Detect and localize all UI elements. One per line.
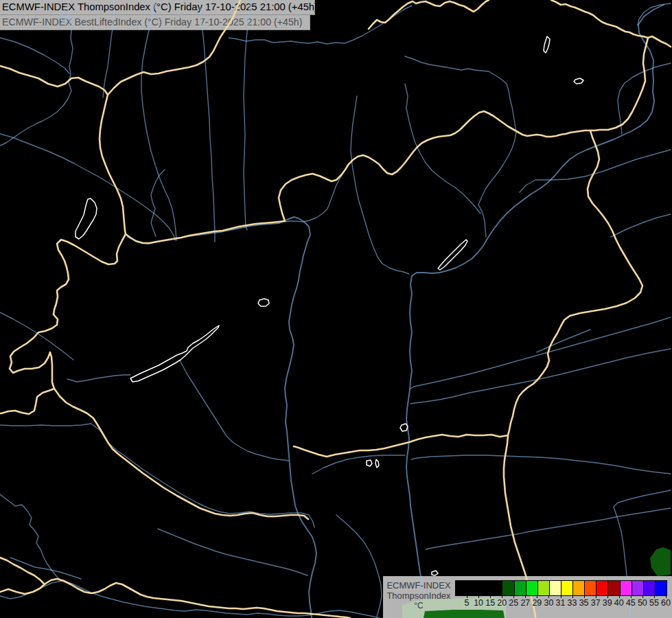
legend-cell bbox=[550, 581, 561, 595]
border-ua-ne bbox=[551, 0, 671, 47]
border-si-hr bbox=[0, 389, 54, 414]
lake-balaton bbox=[130, 325, 219, 382]
legend-title-block: ECMWF-INDEX ThompsonIndex °C bbox=[383, 580, 454, 610]
river-sajo bbox=[405, 56, 516, 237]
river-danube bbox=[128, 217, 316, 618]
border-hu-sk-east bbox=[279, 111, 590, 221]
river-zala bbox=[67, 375, 130, 382]
river-sio bbox=[180, 360, 288, 461]
river-drina-lower bbox=[10, 558, 81, 579]
lake-small-south bbox=[432, 571, 438, 575]
legend-cell bbox=[538, 581, 550, 595]
legend-cell bbox=[561, 581, 573, 595]
rivers-layer bbox=[0, 0, 671, 618]
border-hu-ro bbox=[508, 130, 642, 435]
river-hron bbox=[244, 0, 251, 230]
legend-tick-label: 60 bbox=[656, 598, 672, 608]
river-mid-plain bbox=[312, 455, 405, 474]
river-vah bbox=[141, 0, 176, 240]
river-koros-3 bbox=[537, 330, 590, 352]
weather-map-screenshot: ECMWF-INDEX ThompsonIndex (°C) Friday 17… bbox=[0, 0, 672, 618]
border-at-hu bbox=[54, 234, 126, 314]
river-cz-2 bbox=[0, 38, 69, 73]
river-koros-2 bbox=[410, 349, 671, 404]
border-hu-si bbox=[10, 314, 58, 389]
lake-small-plain bbox=[400, 424, 408, 431]
border-hu-hr bbox=[54, 389, 308, 519]
legend-cell bbox=[526, 581, 538, 595]
lake-neusiedl bbox=[76, 198, 97, 239]
border-hr-ba bbox=[0, 579, 350, 618]
river-bosna bbox=[0, 494, 62, 581]
river-bega bbox=[426, 508, 671, 549]
border-at-sk bbox=[100, 95, 126, 234]
legend-title-line1: ECMWF-INDEX bbox=[383, 580, 454, 591]
legend-cell bbox=[467, 581, 479, 595]
border-cz-at bbox=[0, 66, 108, 95]
legend-cell bbox=[656, 581, 667, 595]
legend-cell bbox=[585, 581, 596, 595]
river-ro-north bbox=[611, 214, 671, 237]
legend-cell bbox=[456, 581, 467, 595]
borders-layer bbox=[0, 0, 671, 618]
river-rabca bbox=[151, 170, 165, 236]
river-sava bbox=[0, 581, 380, 618]
river-nitra bbox=[200, 5, 215, 242]
lakes-layer bbox=[76, 36, 583, 575]
index-patch-dark-green-triangle bbox=[650, 547, 671, 576]
lake-sirava bbox=[544, 36, 550, 53]
river-danube-se-branch bbox=[336, 515, 382, 617]
river-tisza bbox=[406, 5, 664, 618]
border-ba-left bbox=[0, 558, 44, 584]
lake-ua-small bbox=[574, 78, 583, 84]
border-sk-pl bbox=[369, 0, 489, 29]
legend-cell bbox=[621, 581, 632, 595]
map-title-line2: ECMWF-INDEX BestLiftedIndex (°C) Friday … bbox=[0, 15, 310, 30]
legend-cell bbox=[479, 581, 491, 595]
legend-cell bbox=[491, 581, 502, 595]
map-canvas bbox=[0, 0, 672, 618]
legend-cell bbox=[644, 581, 656, 595]
river-szamos bbox=[520, 150, 671, 192]
river-koros-1 bbox=[410, 317, 671, 389]
river-mura bbox=[0, 312, 73, 360]
legend-cell bbox=[596, 581, 608, 595]
legend-colorbar bbox=[455, 580, 667, 596]
river-ne-tributary bbox=[618, 63, 671, 134]
legend-cell bbox=[502, 581, 514, 595]
border-hu-rs bbox=[294, 435, 508, 457]
river-drava bbox=[0, 424, 314, 527]
legend-cell bbox=[608, 581, 620, 595]
legend-cell bbox=[515, 581, 526, 595]
river-slavonia bbox=[158, 529, 308, 575]
river-hernad bbox=[405, 84, 480, 214]
lake-velence bbox=[258, 299, 269, 306]
legend-units: °C bbox=[383, 601, 454, 610]
lake-tisza-to bbox=[438, 240, 467, 270]
border-sk-ua bbox=[590, 38, 648, 130]
legend-title-line2: ThompsonIndex bbox=[383, 591, 454, 601]
legend-cell bbox=[573, 581, 585, 595]
map-title-line1: ECMWF-INDEX ThompsonIndex (°C) Friday 17… bbox=[0, 0, 315, 15]
border-hu-sk-danube bbox=[126, 221, 285, 243]
river-maros bbox=[411, 455, 671, 474]
lake-small-pair-b bbox=[375, 459, 379, 468]
legend-cell bbox=[632, 581, 644, 595]
lake-small-pair-a bbox=[367, 460, 372, 466]
river-ne-corner bbox=[638, 3, 671, 25]
river-ipoly bbox=[286, 173, 343, 222]
legend: ECMWF-INDEX ThompsonIndex °C 51015202527… bbox=[383, 576, 672, 618]
river-raba bbox=[0, 134, 175, 240]
legend-labels: 51015202527293031333537394045505560 bbox=[455, 595, 667, 616]
river-zagyva bbox=[351, 96, 409, 274]
